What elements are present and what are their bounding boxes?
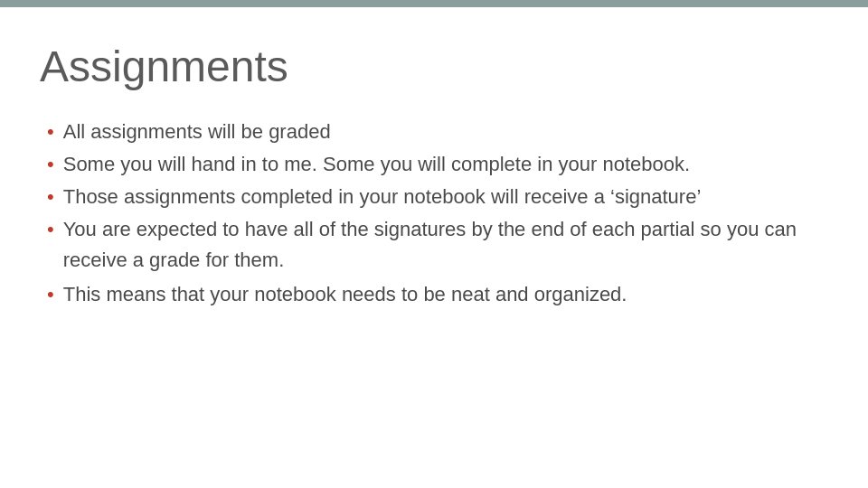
sub-bullet-list: • This means that your notebook needs to… bbox=[47, 279, 828, 310]
bullet-text-3: Those assignments completed in your note… bbox=[63, 182, 828, 212]
bullet-text-4: You are expected to have all of the sign… bbox=[63, 214, 828, 276]
list-item: • Those assignments completed in your no… bbox=[47, 182, 828, 212]
bullet-text-1: All assignments will be graded bbox=[63, 117, 828, 147]
slide-content: Assignments • All assignments will be gr… bbox=[0, 0, 868, 348]
bullet-symbol: • bbox=[47, 214, 54, 245]
bullet-symbol: • bbox=[47, 279, 54, 310]
slide-title: Assignments bbox=[40, 43, 828, 91]
list-item: • All assignments will be graded bbox=[47, 117, 828, 147]
bullet-symbol: • bbox=[47, 149, 54, 180]
list-item: • Some you will hand in to me. Some you … bbox=[47, 149, 828, 180]
list-item: • You are expected to have all of the si… bbox=[47, 214, 828, 276]
bullet-symbol: • bbox=[47, 117, 54, 147]
bullet-symbol: • bbox=[47, 182, 54, 212]
sub-bullet-text: This means that your notebook needs to b… bbox=[63, 279, 627, 310]
sub-list-item: • This means that your notebook needs to… bbox=[47, 279, 828, 310]
top-bar bbox=[0, 0, 868, 7]
bullet-text-2: Some you will hand in to me. Some you wi… bbox=[63, 149, 828, 180]
bullet-list: • All assignments will be graded • Some … bbox=[47, 117, 828, 276]
